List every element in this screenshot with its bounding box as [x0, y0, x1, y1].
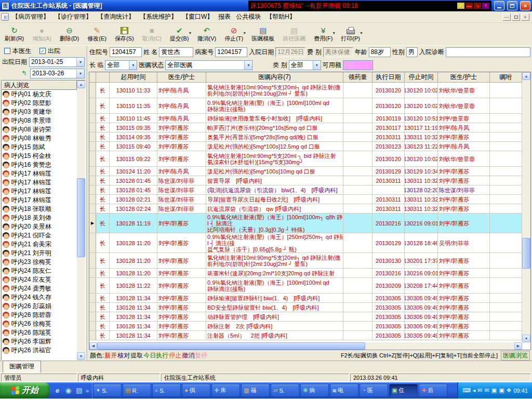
patient-list-item[interactable]: 呼内03 黄建华 [2, 108, 85, 116]
scrollbar-thumb[interactable] [97, 342, 365, 350]
order-row[interactable]: 长130128 11:20刘宇/郭雁苏氯化钠注射液[10ml:90mg*5支]2… [89, 253, 522, 269]
patient-list-item[interactable]: 呼内26 洪福官 [2, 346, 85, 355]
row-selector[interactable] [89, 294, 96, 302]
discharged-checkbox[interactable]: ✓ 出院 [39, 47, 60, 56]
dropdown-caret-icon[interactable]: ▼ [189, 31, 192, 35]
restore-button[interactable] [507, 1, 517, 10]
taskbar-task-button[interactable]: ✚库 [211, 384, 240, 397]
edit-button[interactable]: ✎修改(E) [84, 23, 110, 45]
patient-list-item[interactable]: 呼内08 林银秀 [2, 134, 85, 143]
taskbar-task-button[interactable]: ▥福 [241, 384, 270, 397]
menu-item[interactable]: 【诊疗管理】 [52, 11, 95, 22]
taskbar-task-button[interactable]: ▣住 [389, 384, 418, 397]
row-selector[interactable] [89, 98, 96, 113]
taskbar-task-button[interactable]: ❋病 [300, 384, 329, 397]
menu-item[interactable]: 【病历管理】 [9, 11, 52, 22]
patient-list-item[interactable]: 呼内15 柯金枝 [2, 152, 85, 161]
scroll-down-icon[interactable]: ▼ [522, 335, 530, 342]
row-selector[interactable] [89, 83, 96, 98]
patient-list-item[interactable]: 呼内24 陈友仁 [2, 267, 85, 275]
date-from-combobox[interactable]: 2013-01-25 ▼ [29, 57, 85, 67]
taskbar-task-button[interactable]: ◙电 [330, 384, 358, 397]
patient-list-item[interactable]: 呼内21 刘开明 [2, 249, 85, 258]
row-selector[interactable] [89, 269, 96, 277]
row-selector[interactable] [89, 142, 96, 151]
patient-list-item[interactable]: 呼内18 张联顺 [2, 205, 85, 214]
undo-button[interactable]: ↶撤消(V) [194, 23, 220, 45]
order-row[interactable]: 长130110 11:45刘宇/陈丹凤静脉输液[使用微量泵每小时加收] [呼吸内… [89, 114, 522, 123]
column-header[interactable]: 医嘱内容(7) [206, 72, 343, 83]
scroll-up-icon[interactable]: ▲ [77, 81, 85, 88]
patient-list-item[interactable]: 呼内26 陈瑞英 [2, 328, 85, 337]
close-ticker-icon[interactable]: × [482, 3, 489, 9]
patient-list-item[interactable]: 呼内08 谢诗荣 [2, 125, 85, 134]
order-row[interactable]: 长130128 11:34刘宇/郭雁苏注射器（5ml） 2把 [呼吸内科]201… [89, 331, 522, 340]
order-type-combobox[interactable]: 全部 ▼ [105, 60, 137, 70]
patient-list-item[interactable]: 呼内26 李国辉 [2, 337, 85, 346]
patient-list-item[interactable]: 呼内02 陈壁影 [2, 99, 85, 108]
arrow-down-icon[interactable]: ↘ [474, 3, 481, 9]
order-row[interactable]: 长130128 11:34刘宇/郭雁苏动静脉置管护理 [呼吸内科]2013030… [89, 312, 522, 322]
order-row[interactable]: 长130128 11:34刘宇/郭雁苏静脉输液[留置静脉针] biw(1、4) … [89, 294, 522, 303]
date-to-combobox[interactable]: 2013-03-26 ▼ [30, 69, 85, 78]
delete-button[interactable]: ⊖删除(D) [56, 23, 83, 45]
order-row[interactable]: 长130128 11:20刘宇/郭雁苏0.9%氯化钠注射液(塑)（海王）[250… [89, 233, 522, 253]
menu-item[interactable]: 公共模块 [233, 11, 263, 22]
quick-launch-overflow[interactable]: » [86, 388, 89, 394]
document-icon[interactable]: ▤ [75, 386, 84, 395]
minimize-ticker-icon[interactable]: ▬ [466, 3, 473, 9]
order-row[interactable]: 长130115 09:40刘宇/郭雁苏泼尼松片(强的松)[5mg*100s]12… [89, 142, 522, 151]
order-row[interactable]: 长130110 11:33刘宇/陈丹凤氯化钠注射液[10ml:90mg*5支]2… [89, 83, 522, 98]
row-selector[interactable] [89, 123, 96, 132]
taskbar-task-button[interactable]: ▤R. [123, 384, 151, 397]
menu-item[interactable]: 【系统维护】 [137, 11, 180, 22]
row-selector[interactable] [89, 167, 96, 176]
dropdown-caret-icon[interactable]: ▼ [243, 31, 246, 35]
chevron-down-icon[interactable]: ▼ [244, 61, 252, 70]
taskbar-task-button[interactable]: ⌕S. [152, 384, 181, 397]
mdi-close-button[interactable]: × [521, 14, 529, 21]
patient-list-item[interactable]: 呼内20 吴景林 [2, 222, 85, 231]
column-header[interactable]: 嘱咐 [490, 72, 522, 83]
row-selector[interactable]: ▶ [89, 214, 96, 233]
patient-list-item[interactable]: 呼内26 徐梅英 [2, 320, 85, 328]
scrollbar-thumb[interactable] [522, 238, 530, 269]
chevron-down-icon[interactable]: ▼ [76, 58, 84, 66]
row-selector[interactable] [89, 114, 96, 123]
mail-icon[interactable]: ✉ [485, 387, 489, 394]
row-selector[interactable] [89, 322, 96, 330]
order-browse-link[interactable]: 医嘱浏览 [501, 351, 530, 361]
template-button[interactable]: ▤医嘱模板 [248, 23, 278, 45]
taskbar-task-button[interactable]: ▱S. [271, 384, 299, 397]
row-selector[interactable] [89, 132, 96, 141]
age-field[interactable]: 88岁 [369, 47, 391, 57]
patient-list-item[interactable]: 呼内01 杨文庆 [2, 90, 85, 99]
dropdown-caret-icon[interactable]: ▼ [360, 31, 363, 35]
tab-order-management[interactable]: 医嘱管理 [3, 361, 41, 373]
order-row[interactable]: 长130128 11:34刘宇/郭雁苏BD安全型静脉留置针 biw(1、4) [… [89, 303, 522, 312]
menu-item[interactable]: 【帮助H】 [263, 11, 298, 22]
order-status-combobox[interactable]: 全部医嘱 ▼ [165, 60, 252, 70]
vertical-scrollbar[interactable]: ▲ ▼ [522, 72, 530, 342]
row-selector[interactable] [89, 185, 96, 194]
order-row[interactable]: 长130128 01:45陈世谋/刘菲菲留置导尿 [呼吸内科]201303111… [89, 176, 522, 185]
order-row[interactable]: 长130128 02:24陈世谋/刘菲菲抗返流尿袋（引流袋） qw [呼吸内科]… [89, 204, 522, 214]
shield-icon[interactable]: ❖ [507, 387, 512, 394]
patient-list-item[interactable]: 呼内23 徐梅英 [2, 258, 85, 267]
row-selector[interactable] [89, 233, 96, 252]
taskbar-task-button[interactable]: ✚后 [419, 384, 447, 397]
patient-list-item[interactable]: 呼内24 应友英 [2, 275, 85, 284]
start-button[interactable]: 开始 [0, 382, 50, 398]
mail-icon[interactable]: ✉ [457, 3, 464, 9]
messenger-icon[interactable]: ◉ [64, 386, 73, 395]
patient-list-item[interactable]: 呼内17 林锦莲 [2, 169, 85, 178]
patient-list-item[interactable]: 呼内21 倪吓金 [2, 231, 85, 240]
menu-item[interactable]: 【窗口W】 [180, 11, 216, 22]
row-selector[interactable] [89, 204, 96, 213]
row-selector[interactable] [89, 312, 96, 321]
taskbar-task-button[interactable]: ◔医 [360, 384, 388, 397]
column-header[interactable] [89, 72, 96, 83]
order-row[interactable]: 长130115 09:35刘宇/郭雁苏帕罗西汀片(赛乐特)[20mg*10s]5… [89, 123, 522, 132]
patient-list-item[interactable]: 呼内21 俞美宋 [2, 240, 85, 249]
minimize-button[interactable] [494, 1, 504, 10]
